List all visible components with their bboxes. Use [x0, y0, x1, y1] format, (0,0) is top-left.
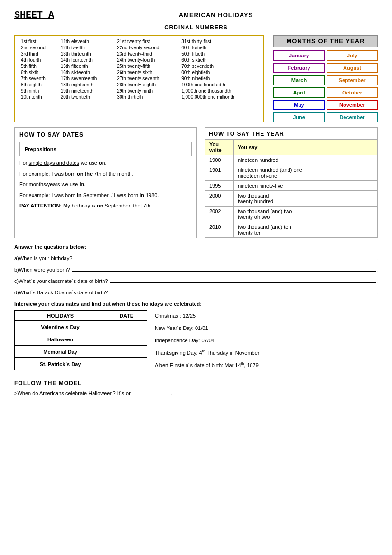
ordinal-cell: 31st thirty-first [179, 38, 259, 45]
question-line-fill [110, 288, 376, 294]
ordinal-cell: 15th fifteenth [59, 63, 115, 69]
holiday-name: Memorial Day [15, 346, 106, 358]
ordinal-cell: 100th one hundredth [179, 82, 259, 88]
month-item: March [273, 75, 325, 85]
ordinal-cell: 8th eighth [19, 82, 59, 88]
follow-text-content: >When do Americans celebrate Halloween? … [14, 390, 131, 396]
month-item: August [327, 63, 378, 73]
month-item: September [327, 75, 378, 85]
ordinal-cell: 20th twentieth [59, 94, 115, 100]
ordinal-cell: 23rd twenty-third [115, 51, 179, 57]
holidays-table-wrap: HOLIDAYS DATE Valentine´s DayHalloweenMe… [14, 310, 147, 370]
year-title: HOW TO SAY THE YEAR [205, 128, 377, 139]
year-table: You write You say 1900nineteen hundred19… [205, 139, 377, 238]
month-item: February [273, 63, 325, 73]
dates-para-3: For months/years we use in. [19, 180, 192, 188]
ordinal-cell: 19th nineteenth [59, 88, 115, 94]
holidays-col2: DATE [106, 311, 147, 321]
sheet-title: SHEET A [14, 9, 54, 20]
ordinal-cell: 9th ninth [19, 88, 59, 94]
holiday-date [106, 333, 147, 346]
holidays-title: Interview your classmates and find out w… [14, 301, 378, 307]
holidays-layout: HOLIDAYS DATE Valentine´s DayHalloweenMe… [14, 310, 378, 372]
question-text: c)What´s your classmate´s date of birth? [14, 278, 108, 284]
main-title: AMERICAN HOLIDAYS [54, 11, 378, 19]
months-grid: JanuaryJulyFebruaryAugustMarchSeptemberA… [273, 50, 378, 122]
questions-list: a)When is your birthday? .b)When were yo… [14, 254, 378, 295]
holiday-name: Valentine´s Day [15, 321, 106, 333]
dates-para-2: For example: I was born on the 7th of th… [19, 170, 192, 178]
month-item: January [273, 50, 325, 61]
dates-title: HOW TO SAY DATES [19, 132, 192, 138]
months-header: MONTHS OF THE YEAR [273, 35, 378, 47]
ordinal-section-title: ORDINAL NUMBERS [14, 24, 378, 31]
dates-para-1: For single days and dates we use on. [19, 159, 192, 167]
ordinal-cell: 5th fifth [19, 63, 59, 69]
ordinal-cell: 1st first [19, 38, 59, 45]
year-write: 1901 [205, 165, 234, 181]
year-col2: You say [234, 140, 377, 155]
question-line-fill [74, 254, 376, 260]
holiday-name: Halloween [15, 333, 106, 346]
year-say: two thousand (and) tentwenty ten [234, 222, 377, 238]
holiday-name: St. Patrick´s Day [15, 358, 106, 370]
holiday-info-item: Albert Einstein´s date of birth: Mar 14t… [155, 360, 259, 370]
question-item: d)What´s Barack Obama´s date of birth? . [14, 288, 378, 295]
ordinal-cell: 13th thirteenth [59, 51, 115, 57]
month-item: November [327, 100, 378, 110]
month-item: May [273, 100, 325, 110]
ordinal-cell: 21st twenty-first [115, 38, 179, 45]
month-item: July [327, 50, 378, 61]
ordinal-cell: 10th tenth [19, 94, 59, 100]
top-section: 1st first11th eleventh21st twenty-first3… [14, 35, 378, 122]
question-text: a)When is your birthday? [14, 255, 72, 261]
question-item: a)When is your birthday? . [14, 254, 378, 261]
follow-text: >When do Americans celebrate Halloween? … [14, 390, 378, 396]
ordinal-cell: 17th seventeenth [59, 75, 115, 82]
ordinal-cell: 6th sixth [19, 69, 59, 75]
holiday-info-item: New Year´s Day: 01/01 [155, 323, 259, 333]
dates-box: HOW TO SAY DATES Prepositions For single… [14, 127, 197, 238]
holidays-info: Christmas : 12/25New Year´s Day: 01/01In… [155, 310, 259, 372]
follow-title: FOLLOW THE MODEL [14, 380, 378, 386]
ordinal-cell: 70th seventieth [179, 63, 259, 69]
year-col1: You write [205, 140, 234, 155]
months-box: MONTHS OF THE YEAR JanuaryJulyFebruaryAu… [273, 35, 378, 122]
ordinal-cell: 50th fiftieth [179, 51, 259, 57]
ordinal-cell: 26th twenty-sixth [115, 69, 179, 75]
year-box: HOW TO SAY THE YEAR You write You say 19… [205, 127, 378, 238]
year-say: nineteen hundred (and) onenireeteen oh-o… [234, 165, 377, 181]
ordinal-cell: 90th ninetieth [179, 75, 259, 82]
question-line-fill [110, 276, 376, 283]
middle-section: HOW TO SAY DATES Prepositions For single… [14, 127, 378, 238]
ordinal-cell: 27th twenty seventh [115, 75, 179, 82]
month-item: June [273, 112, 325, 122]
question-text: d)What´s Barack Obama´s date of birth? [14, 290, 108, 295]
month-item: April [273, 87, 325, 98]
ordinal-cell: 11th eleventh [59, 38, 115, 45]
holidays-table: HOLIDAYS DATE Valentine´s DayHalloweenMe… [14, 310, 147, 370]
year-write: 2010 [205, 222, 234, 238]
holiday-info-item: Christmas : 12/25 [155, 310, 259, 321]
ordinal-cell: 3rd third [19, 51, 59, 57]
question-item: b)When were you born? . [14, 265, 378, 273]
ordinal-cell: 25th twenty-fifth [115, 63, 179, 69]
holiday-info-item: Thanksgiving Day: 4th Thursday in Novemb… [155, 348, 259, 358]
page-header: SHEET A AMERICAN HOLIDAYS [14, 9, 378, 20]
ordinal-cell: 1,000,000th one millionth [179, 94, 259, 100]
ordinal-box: 1st first11th eleventh21st twenty-first3… [14, 35, 264, 122]
prepositions-title: Prepositions [19, 142, 192, 156]
year-say: two thousand (and) twotwenty oh two [234, 207, 377, 222]
year-say: nineteen hundred [234, 155, 377, 165]
ordinal-cell: 24th twenty-fourth [115, 57, 179, 63]
ordinal-cell: 00th eightieth [179, 69, 259, 75]
ordinal-cell: 40th fortieth [179, 45, 259, 51]
questions-section: Answer the questions below: a)When is yo… [14, 244, 378, 295]
question-item: c)What´s your classmate´s date of birth?… [14, 276, 378, 284]
holiday-date [106, 346, 147, 358]
dates-para-4: For example: I was born in September. / … [19, 191, 192, 199]
ordinal-table: 1st first11th eleventh21st twenty-first3… [19, 38, 259, 100]
year-write: 2002 [205, 207, 234, 222]
ordinal-cell: 4th fourth [19, 57, 59, 63]
ordinal-cell: 7th seventh [19, 75, 59, 82]
